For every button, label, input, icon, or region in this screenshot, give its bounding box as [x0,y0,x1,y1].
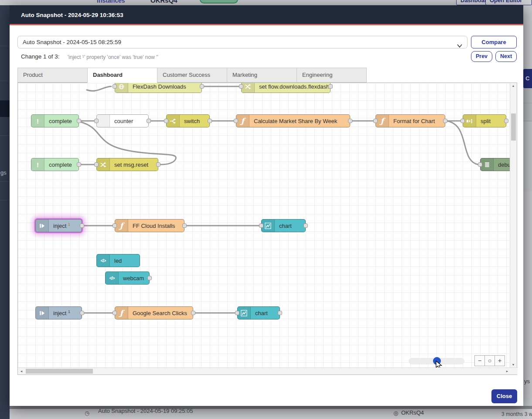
code-icon: </> [106,272,119,284]
change-description: 'inject ¹' property 'once' was 'true' no… [68,54,158,60]
chevron-down-icon [457,40,462,52]
change-icon [97,158,110,171]
flow-node[interactable]: ƒ Google Search Clicks [115,306,193,319]
node-port[interactable] [208,119,212,123]
background-primary-button-fragment[interactable]: C [523,69,532,88]
function-icon: ƒ [376,115,389,127]
flow-node[interactable]: </> webcam [105,271,150,285]
tab-engineering[interactable]: Engineering [297,68,367,82]
node-port[interactable] [147,119,151,123]
compare-button[interactable]: Compare [471,36,517,48]
close-button[interactable]: Close [491,389,517,403]
flow-canvas[interactable]: FlexDash Downloads set flow.downloads.fl… [18,83,510,367]
flow-node[interactable]: set flow.downloads.flexdash [241,83,331,93]
background-text-fragment: ys [524,378,530,385]
node-port[interactable] [77,162,81,167]
prev-button[interactable]: Prev [471,51,492,62]
flow-node[interactable]: inject 1 [35,306,82,319]
flow-node-highlighted[interactable]: inject 1 [35,219,82,232]
status-badge [200,0,238,3]
node-port[interactable] [147,276,152,280]
node-port[interactable] [304,223,308,228]
tab-marketing[interactable]: Marketing [227,68,297,82]
node-port[interactable] [235,311,239,315]
node-port[interactable] [94,162,99,167]
node-port[interactable] [113,84,117,89]
mouse-cursor [436,361,443,367]
node-port[interactable] [460,119,465,123]
snapshot-select-value: Auto Snapshot - 2024-05-15 08:25:59 [23,39,121,45]
zoom-out-button[interactable]: − [474,355,485,366]
background-statusbar: ◷ Auto Snapshot - 2024-05-19 09:25:05 ◎ … [10,406,532,419]
breadcrumb-instances[interactable]: Instances [97,0,125,4]
node-port[interactable] [164,119,168,123]
sidebar-active-item[interactable] [0,100,10,117]
node-port[interactable] [348,119,352,123]
flow-node[interactable]: ! complete [31,114,79,127]
node-port[interactable] [478,162,482,167]
scroll-up-arrow[interactable]: ▲ [510,84,516,87]
flow-node[interactable]: set msg.reset [96,158,158,171]
vertical-scrollbar[interactable]: ▲ ▼ [510,83,517,367]
scroll-down-arrow[interactable]: ▼ [510,363,516,366]
tab-product[interactable]: Product [17,68,88,82]
node-port[interactable] [156,162,160,167]
flow-node[interactable]: ƒ FF Cloud Installs [115,219,184,232]
flow-node[interactable]: ƒ Format for Chart [375,114,445,127]
node-port[interactable] [80,223,84,228]
horizontal-scroll-thumb[interactable] [26,369,93,374]
node-port[interactable] [504,119,508,123]
change-icon [242,83,255,93]
node-port[interactable] [94,119,99,123]
scroll-right-arrow[interactable]: ► [504,370,510,373]
inject-arrow-icon [36,220,49,232]
flow-node[interactable]: chart [237,306,280,319]
flow-node[interactable]: ƒ Calculate Market Share By Week [236,114,350,127]
function-icon: ƒ [236,115,249,127]
target-icon: ◎ [393,410,398,416]
tab-customer-success[interactable]: Customer Success [157,68,227,82]
zoom-reset-button[interactable]: ○ [484,355,495,366]
node-port[interactable] [182,223,187,228]
node-port[interactable] [77,119,81,123]
node-port[interactable] [373,119,378,123]
snapshot-select[interactable]: Auto Snapshot - 2024-05-15 08:25:59 [17,36,467,48]
dialog-header: Auto Snapshot - 2024-05-29 10:36:53 [10,5,523,25]
counter-icon [97,115,110,127]
node-port[interactable] [191,311,195,315]
horizontal-scrollbar[interactable]: ◄ ► [18,367,518,374]
node-port[interactable] [443,119,447,123]
flow-node[interactable]: split [463,114,506,127]
flow-node[interactable]: debug [480,158,510,171]
flow-node[interactable]: ! complete [31,158,79,171]
next-button[interactable]: Next [495,51,517,62]
zoom-in-button[interactable]: + [494,355,505,366]
node-port[interactable] [234,119,238,123]
tab-dashboard[interactable]: Dashboard [87,68,157,83]
flow-node[interactable]: chart [261,219,306,232]
sidebar-item-settings-fragment[interactable]: gs [0,169,7,176]
open-editor-button[interactable]: Open Editor ⧉ [485,0,532,5]
node-port[interactable] [278,311,282,315]
node-port[interactable] [200,84,204,89]
node-port[interactable] [259,223,263,228]
background-topbar: Instances OKRsQ4 Dashboard ⧉ Open Editor… [0,0,532,5]
change-counter-label: Change 1 of 3: [21,53,60,60]
node-port[interactable] [113,311,117,315]
flow-canvas-container: FlexDash Downloads set flow.downloads.fl… [17,82,517,375]
node-port[interactable] [239,84,243,89]
node-port[interactable] [113,223,117,228]
flow-node[interactable]: FlexDash Downloads [115,83,202,93]
node-port[interactable] [80,311,84,315]
flow-node[interactable]: </> led [96,254,140,267]
background-right-panel: C ys [523,5,532,406]
flow-node[interactable]: switch [166,114,210,127]
node-port[interactable] [328,84,333,89]
vertical-scroll-thumb[interactable] [511,113,516,141]
function-icon: ƒ [115,220,128,232]
snapshot-compare-dialog: Auto Snapshot - 2024-05-29 10:36:53 Auto… [10,5,523,406]
project-title: OKRsQ4 [150,0,177,4]
flow-tabs: Product Dashboard Customer Success Marke… [17,68,366,83]
flow-node[interactable]: counter [96,114,149,127]
scroll-left-arrow[interactable]: ◄ [18,370,24,373]
